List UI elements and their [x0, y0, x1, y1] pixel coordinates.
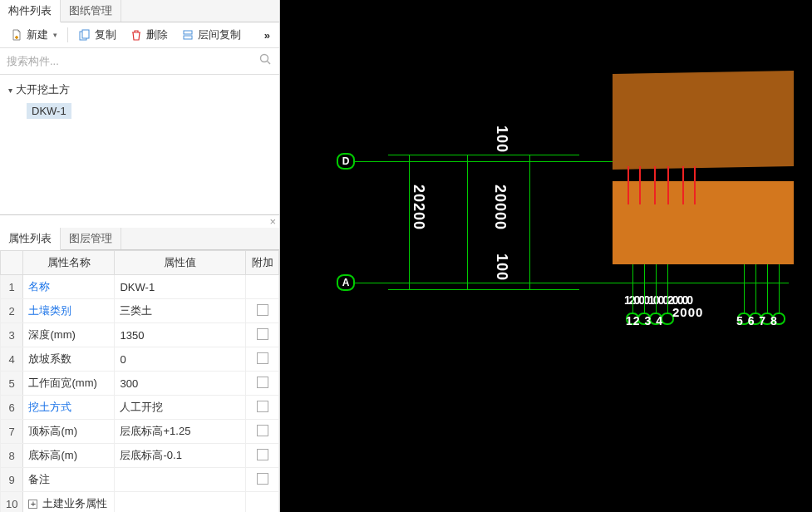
axis-stub-1: [632, 264, 633, 313]
col-header-num: [1, 251, 23, 275]
property-row[interactable]: 4放坡系数0: [1, 347, 279, 372]
row-number: 2: [1, 299, 23, 323]
prop-value-cell[interactable]: 1350: [115, 323, 246, 347]
toolbar-more[interactable]: »: [261, 29, 274, 42]
checkbox[interactable]: [257, 328, 268, 340]
floor-copy-button[interactable]: 层间复制: [176, 26, 246, 44]
property-row[interactable]: 5工作面宽(mm)300: [1, 372, 279, 396]
rebar-2: [639, 166, 641, 204]
svg-rect-1: [82, 30, 89, 38]
prop-value-cell[interactable]: [115, 492, 246, 513]
prop-extra-cell[interactable]: [246, 323, 279, 347]
checkbox[interactable]: [257, 449, 268, 460]
prop-name-cell[interactable]: 深度(mm): [23, 323, 115, 347]
prop-name: 深度(mm): [28, 328, 75, 341]
property-table: 属性名称 属性值 附加 1名称DKW-12土壤类别三类土3深度(mm)13504…: [0, 250, 279, 512]
caret-down-icon: ▾: [8, 86, 12, 95]
axis-bubble-a: A: [337, 274, 355, 291]
rebar-3: [654, 166, 656, 204]
dim-line-bot: [388, 289, 579, 290]
dim-100-bot: 100: [493, 254, 510, 281]
property-row[interactable]: 7顶标高(m)层底标高+1.25: [1, 420, 279, 444]
tab-properties[interactable]: 属性列表: [0, 228, 61, 250]
row-number: 9: [1, 468, 23, 492]
svg-point-4: [261, 55, 268, 62]
property-row[interactable]: 9备注: [1, 468, 279, 492]
viewport-3d[interactable]: D A 100 20200 20000 100: [280, 0, 812, 512]
toolbar-separator: [67, 27, 68, 42]
prop-name-cell[interactable]: 顶标高(m): [23, 420, 115, 444]
axis-bubble-d-label: D: [342, 155, 350, 167]
tab-layers[interactable]: 图层管理: [61, 228, 121, 249]
axis-stub-6: [755, 264, 756, 313]
prop-extra-cell[interactable]: [246, 347, 279, 372]
svg-rect-2: [184, 31, 192, 34]
prop-name: 土建业务属性: [42, 497, 107, 510]
property-row[interactable]: 8底标高(m)层底标高-0.1: [1, 444, 279, 468]
new-button[interactable]: 新建 ▾: [5, 26, 62, 44]
delete-button[interactable]: 删除: [125, 26, 173, 44]
axis-stub-3: [656, 264, 657, 313]
prop-value-cell[interactable]: 层底标高+1.25: [115, 420, 246, 444]
property-row[interactable]: 3深度(mm)1350: [1, 323, 279, 347]
prop-value-cell[interactable]: 300: [115, 372, 246, 396]
axis-stub-5: [744, 264, 745, 313]
row-number: 1: [1, 275, 23, 299]
prop-name-cell[interactable]: 土壤类别: [23, 299, 115, 323]
prop-name-cell[interactable]: 名称: [23, 275, 115, 299]
prop-name: 备注: [28, 473, 50, 485]
copy-icon: [78, 29, 91, 41]
floor-copy-label: 层间复制: [198, 27, 241, 42]
row-number: 7: [1, 420, 23, 444]
tree-item-dkw1[interactable]: DKW-1: [27, 103, 71, 119]
prop-name-cell[interactable]: 挖土方式: [23, 396, 115, 420]
copy-button[interactable]: 复制: [73, 26, 121, 44]
prop-value-cell[interactable]: 层底标高-0.1: [115, 444, 246, 468]
prop-name-cell[interactable]: 底标高(m): [23, 444, 115, 468]
prop-extra-cell[interactable]: [246, 444, 279, 468]
property-row[interactable]: 10+土建业务属性: [1, 492, 279, 513]
row-number: 8: [1, 444, 23, 468]
prop-name-cell[interactable]: 工作面宽(mm): [23, 372, 115, 396]
prop-value-cell[interactable]: DKW-1: [115, 275, 246, 299]
checkbox[interactable]: [257, 425, 268, 436]
prop-name: 底标高(m): [28, 449, 77, 461]
prop-name: 顶标高(m): [28, 425, 77, 437]
checkbox[interactable]: [257, 401, 268, 412]
prop-extra-cell[interactable]: [246, 299, 279, 323]
property-row[interactable]: 2土壤类别三类土: [1, 299, 279, 323]
property-row[interactable]: 6挖土方式人工开挖: [1, 396, 279, 420]
prop-name-cell[interactable]: 放坡系数: [23, 347, 115, 372]
viewport-canvas: D A 100 20200 20000 100: [280, 0, 812, 512]
prop-value-cell[interactable]: 0: [115, 347, 246, 372]
prop-extra-cell[interactable]: [246, 420, 279, 444]
delete-label: 删除: [146, 27, 168, 42]
tab-components[interactable]: 构件列表: [0, 0, 61, 22]
block-back: [613, 71, 794, 170]
search-icon[interactable]: [259, 53, 271, 67]
checkbox[interactable]: [257, 377, 268, 388]
checkbox[interactable]: [257, 352, 268, 364]
prop-value-cell[interactable]: 人工开挖: [115, 396, 246, 420]
prop-value-cell[interactable]: [115, 468, 246, 492]
prop-value-cell[interactable]: 三类土: [115, 299, 246, 323]
search-input[interactable]: [7, 52, 273, 71]
panel-close[interactable]: ×: [0, 215, 279, 228]
prop-name-cell[interactable]: +土建业务属性: [23, 492, 115, 513]
dim-tie-2: [467, 155, 468, 289]
svg-line-5: [268, 62, 271, 65]
tree-root[interactable]: ▾ 大开挖土方: [3, 80, 276, 100]
tab-drawings[interactable]: 图纸管理: [61, 0, 121, 22]
axis-stub-4: [667, 264, 668, 313]
axis-bubble-d: D: [337, 153, 355, 170]
prop-extra-cell[interactable]: [246, 396, 279, 420]
component-tree: ▾ 大开挖土方 DKW-1: [0, 75, 279, 214]
expand-icon[interactable]: +: [28, 500, 37, 509]
checkbox[interactable]: [257, 304, 268, 316]
row-number: 5: [1, 372, 23, 396]
property-row[interactable]: 1名称DKW-1: [1, 275, 279, 299]
checkbox[interactable]: [257, 473, 268, 485]
prop-extra-cell[interactable]: [246, 468, 279, 492]
prop-name-cell[interactable]: 备注: [23, 468, 115, 492]
prop-extra-cell[interactable]: [246, 372, 279, 396]
